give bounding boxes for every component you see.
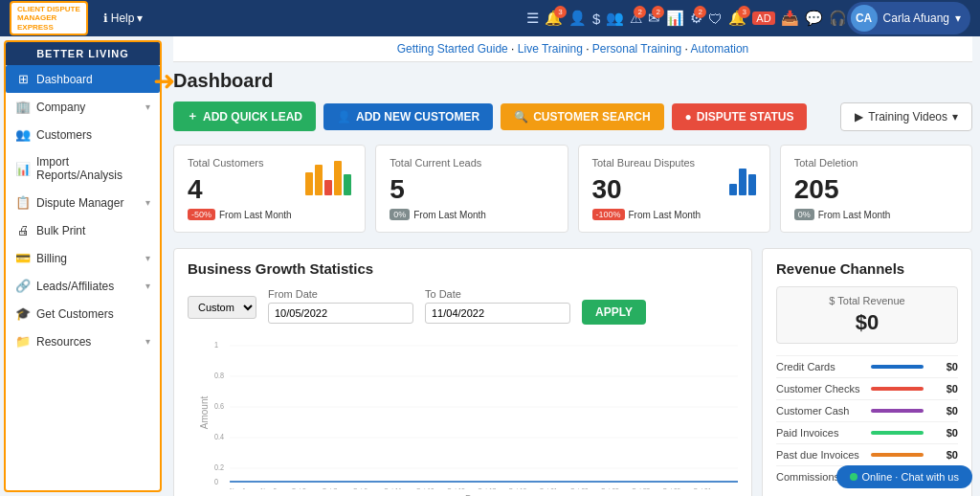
dollar-sign-icon: $ xyxy=(829,295,835,306)
sidebar-icon: 🔗 xyxy=(15,279,31,293)
sidebar-icon: 💳 xyxy=(15,251,31,265)
revenue-row-4: Past due Invoices $0 xyxy=(776,443,958,465)
dollar-icon[interactable]: $ xyxy=(592,11,600,27)
chevron-icon: ▾ xyxy=(145,336,150,347)
sidebar-item-resources[interactable]: 📁 Resources ▾ xyxy=(6,327,160,355)
automation-link[interactable]: Automation xyxy=(691,42,749,56)
stat-bar xyxy=(305,172,313,195)
sidebar-item-dispute-manager[interactable]: 📋 Dispute Manager ▾ xyxy=(6,189,160,216)
email-icon[interactable]: ✉2 xyxy=(648,10,660,27)
chat-icon[interactable]: 💬 xyxy=(805,10,823,27)
top-nav-icons: ☰ 🔔3 👤 $ 👥 ⚠2 ✉2 📊 ⚙2 🛡 🔔3 AD 📥 💬 🎧 xyxy=(526,10,847,27)
support-icon[interactable]: 🎧 xyxy=(829,10,847,27)
notification-icon[interactable]: 🔔3 xyxy=(545,10,563,27)
chart-area: Amount 1 0.8 0.6 0.4 0.2 0 xyxy=(188,336,738,489)
search-icon: 🔍 xyxy=(514,110,528,124)
sidebar-item-dashboard[interactable]: ⊞ Dashboard xyxy=(6,65,160,93)
from-date-input[interactable] xyxy=(268,303,413,324)
stat-label: Total Bureau Disputes xyxy=(592,157,702,169)
stat-chart xyxy=(901,157,958,195)
apply-button[interactable]: APPLY xyxy=(582,300,646,325)
period-select[interactable]: Custom xyxy=(188,296,256,319)
revenue-row-1: Customer Checks $0 xyxy=(776,377,958,399)
getting-started-link[interactable]: Getting Started Guide xyxy=(397,42,508,56)
svg-text:0: 0 xyxy=(214,477,218,486)
add-new-customer-button[interactable]: 👤 ADD NEW CUSTOMER xyxy=(323,103,493,130)
tag-icon[interactable]: AD xyxy=(752,11,774,25)
customer-search-button[interactable]: 🔍 CUSTOMER SEARCH xyxy=(501,103,663,130)
menu-icon[interactable]: ☰ xyxy=(526,10,539,27)
revenue-row-label: Customer Cash xyxy=(776,405,863,417)
stat-value: 4 xyxy=(188,174,292,205)
to-date-label: To Date xyxy=(425,288,570,300)
sidebar-item-customers[interactable]: 👥 Customers xyxy=(6,121,160,148)
contact-icon[interactable]: 👥 xyxy=(606,10,624,27)
sidebar-item-billing[interactable]: 💳 Billing ▾ xyxy=(6,244,160,272)
stat-badge: -50% xyxy=(188,209,215,220)
stat-bar xyxy=(324,180,332,195)
revenue-section: Revenue Channels $ Total Revenue $0 Cred… xyxy=(762,248,972,496)
shield-icon[interactable]: 🛡 xyxy=(708,11,723,27)
sidebar-item-company[interactable]: 🏢 Company ▾ xyxy=(6,93,160,121)
sidebar-icon: 📊 xyxy=(15,162,31,176)
settings-icon[interactable]: ⚙2 xyxy=(690,10,702,27)
sidebar-item-leads-affiliates[interactable]: 🔗 Leads/Affiliates ▾ xyxy=(6,272,160,300)
bottom-row: Business Growth Statistics Custom From D… xyxy=(173,248,972,496)
orange-arrow: ➜ xyxy=(153,65,175,97)
revenue-row-label: Past due Invoices xyxy=(776,449,863,461)
from-date-wrapper: From Date xyxy=(268,288,413,324)
chat-bubble[interactable]: Online · Chat with us xyxy=(836,465,973,488)
stat-change: 0% From Last Month xyxy=(794,209,891,220)
sidebar-item-label: Dispute Manager xyxy=(36,196,140,210)
sidebar-item-get-customers[interactable]: 🎓 Get Customers xyxy=(6,300,160,327)
help-button[interactable]: ℹ Help ▾ xyxy=(103,11,144,25)
chart-icon[interactable]: 📊 xyxy=(666,10,684,27)
stat-chart xyxy=(305,157,351,195)
revenue-line xyxy=(871,431,924,435)
period-selector-wrapper: Custom xyxy=(188,293,256,319)
alert-icon[interactable]: ⚠2 xyxy=(630,10,642,27)
to-date-input[interactable] xyxy=(425,303,570,324)
dispute-status-button[interactable]: ● DISPUTE STATUS xyxy=(672,103,808,130)
sidebar-item-label: Import Reports/Analysis xyxy=(36,155,150,182)
chevron-icon: ▾ xyxy=(145,197,150,208)
logo-line2: MANAGER xyxy=(17,13,80,23)
stat-value: 205 xyxy=(794,174,891,205)
stat-card-2: Total Bureau Disputes 30 -100% From Last… xyxy=(578,145,770,233)
sidebar-item-bulk-print[interactable]: 🖨 Bulk Print xyxy=(6,216,160,244)
revenue-line xyxy=(871,387,924,391)
stat-from: From Last Month xyxy=(818,210,891,220)
sidebar-item-import-reports-analysis[interactable]: 📊 Import Reports/Analysis xyxy=(6,148,160,189)
add-quick-lead-button[interactable]: ＋ ADD QUICK LEAD xyxy=(173,101,316,131)
total-revenue-box: $ Total Revenue $0 xyxy=(776,286,958,344)
personal-training-link[interactable]: Personal Training xyxy=(592,42,681,56)
training-videos-button[interactable]: ▶ Training Videos ▾ xyxy=(840,102,972,131)
stat-bar xyxy=(748,174,756,195)
revenue-line xyxy=(871,365,924,369)
people-icon[interactable]: 👤 xyxy=(568,10,587,27)
avatar: CA xyxy=(851,5,878,32)
svg-text:Oct 13: Oct 13 xyxy=(416,485,434,489)
stat-value: 5 xyxy=(390,174,486,205)
revenue-amount: $0 xyxy=(931,427,958,439)
revenue-line xyxy=(871,409,924,413)
growth-chart-svg: 1 0.8 0.6 0.4 0.2 0 xyxy=(214,336,738,489)
growth-title: Business Growth Statistics xyxy=(188,260,738,277)
sidebar-icon: 🎓 xyxy=(15,306,31,321)
online-indicator xyxy=(850,473,858,481)
logo[interactable]: CLIENT DISPUTE MANAGER EXPRESS xyxy=(10,1,88,36)
svg-text:0.6: 0.6 xyxy=(214,401,224,411)
stat-label: Total Deletion xyxy=(794,157,891,169)
inbox-icon[interactable]: 📥 xyxy=(781,10,799,27)
stat-value: 30 xyxy=(592,174,702,205)
revenue-row-0: Credit Cards $0 xyxy=(776,355,958,377)
svg-text:Oct 27: Oct 27 xyxy=(632,485,650,489)
chevron-icon: ▾ xyxy=(145,253,150,263)
warning-icon[interactable]: 🔔3 xyxy=(728,10,746,27)
stats-row: Total Customers 4 -50% From Last Month T… xyxy=(173,145,972,233)
live-training-link[interactable]: Live Training xyxy=(518,42,583,56)
user-menu[interactable]: CA Carla Afuang ▾ xyxy=(847,2,970,34)
logo-line1: CLIENT DISPUTE xyxy=(17,5,80,14)
from-date-label: From Date xyxy=(268,288,413,300)
info-icon: ℹ xyxy=(103,11,108,25)
